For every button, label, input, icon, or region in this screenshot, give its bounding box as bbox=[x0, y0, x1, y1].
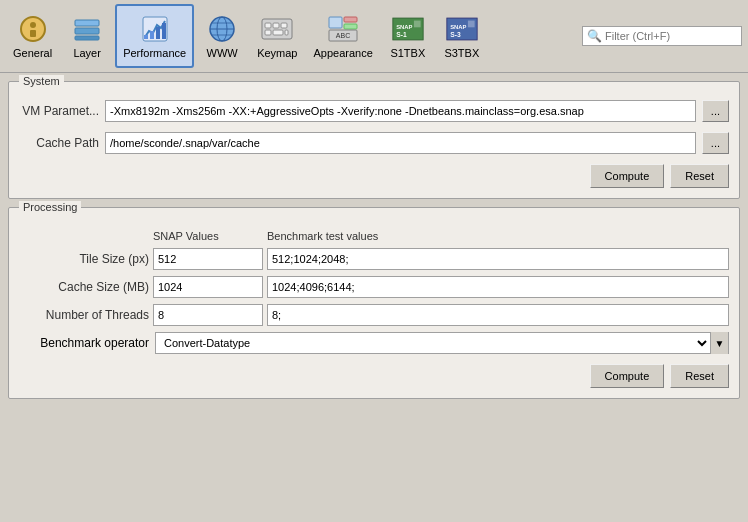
search-bar: 🔍 bbox=[582, 26, 742, 46]
toolbar-label-general: General bbox=[13, 47, 52, 59]
s1tbx-icon: SNAP S-1 bbox=[392, 13, 424, 45]
svg-rect-20 bbox=[265, 30, 271, 35]
vm-params-input[interactable] bbox=[105, 100, 696, 122]
threads-label: Number of Threads bbox=[19, 308, 149, 322]
svg-rect-16 bbox=[262, 19, 292, 39]
benchmark-op-row: Benchmark operator Convert-Datatype Subs… bbox=[19, 332, 729, 354]
system-section: System VM Paramet... ... Cache Path ... … bbox=[8, 81, 740, 199]
toolbar-label-s1tbx: S1TBX bbox=[390, 47, 425, 59]
svg-rect-7 bbox=[144, 35, 148, 39]
svg-rect-23 bbox=[329, 17, 342, 28]
svg-rect-4 bbox=[75, 28, 99, 34]
performance-icon bbox=[139, 13, 171, 45]
toolbar-label-layer: Layer bbox=[73, 47, 101, 59]
processing-button-row: Compute Reset bbox=[19, 364, 729, 388]
toolbar-item-layer[interactable]: Layer bbox=[61, 4, 113, 68]
svg-rect-25 bbox=[344, 24, 357, 29]
keymap-icon bbox=[261, 13, 293, 45]
search-icon: 🔍 bbox=[587, 29, 602, 43]
threads-snap-input[interactable] bbox=[153, 304, 263, 326]
processing-reset-button[interactable]: Reset bbox=[670, 364, 729, 388]
vm-params-row: VM Paramet... ... bbox=[19, 100, 729, 122]
s3tbx-icon: SNAP S-3 bbox=[446, 13, 478, 45]
system-button-row: Compute Reset bbox=[19, 164, 729, 188]
toolbar-item-performance[interactable]: Performance bbox=[115, 4, 194, 68]
cache-size-snap-input[interactable] bbox=[153, 276, 263, 298]
general-icon bbox=[17, 13, 49, 45]
toolbar-item-www[interactable]: WWW bbox=[196, 4, 248, 68]
cache-path-input[interactable] bbox=[105, 132, 696, 154]
tile-size-snap-input[interactable] bbox=[153, 248, 263, 270]
main-content: System VM Paramet... ... Cache Path ... … bbox=[0, 73, 748, 517]
tile-size-label: Tile Size (px) bbox=[19, 252, 149, 266]
vm-params-label: VM Paramet... bbox=[19, 104, 99, 118]
benchmark-op-select-wrapper[interactable]: Convert-Datatype Subset Reproject ▼ bbox=[155, 332, 729, 354]
benchmark-op-label: Benchmark operator bbox=[19, 336, 149, 350]
cache-path-row: Cache Path ... bbox=[19, 132, 729, 154]
svg-text:S-3: S-3 bbox=[450, 31, 461, 38]
svg-rect-35 bbox=[468, 21, 475, 28]
svg-text:SNAP: SNAP bbox=[450, 24, 466, 30]
svg-point-0 bbox=[21, 17, 45, 41]
toolbar: General Layer Performance bbox=[0, 0, 748, 73]
system-section-title: System bbox=[19, 75, 64, 87]
svg-text:ABC: ABC bbox=[336, 32, 350, 39]
vm-browse-button[interactable]: ... bbox=[702, 100, 729, 122]
svg-rect-22 bbox=[285, 30, 288, 35]
svg-rect-8 bbox=[150, 31, 154, 39]
tile-size-benchmark-input[interactable] bbox=[267, 248, 729, 270]
system-reset-button[interactable]: Reset bbox=[670, 164, 729, 188]
svg-rect-18 bbox=[273, 23, 279, 28]
toolbar-item-general[interactable]: General bbox=[6, 4, 59, 68]
svg-rect-9 bbox=[156, 27, 160, 39]
appearance-icon: ABC bbox=[327, 13, 359, 45]
layer-icon bbox=[71, 13, 103, 45]
svg-rect-10 bbox=[162, 23, 166, 39]
threads-benchmark-input[interactable] bbox=[267, 304, 729, 326]
toolbar-item-appearance[interactable]: ABC Appearance bbox=[306, 4, 379, 68]
toolbar-label-www: WWW bbox=[207, 47, 238, 59]
svg-rect-31 bbox=[414, 21, 421, 28]
toolbar-item-keymap[interactable]: Keymap bbox=[250, 4, 304, 68]
cache-size-benchmark-input[interactable] bbox=[267, 276, 729, 298]
benchmark-header: Benchmark test values bbox=[267, 230, 729, 242]
svg-rect-3 bbox=[75, 20, 99, 26]
svg-text:S-1: S-1 bbox=[396, 31, 407, 38]
toolbar-label-performance: Performance bbox=[123, 47, 186, 59]
snap-values-header: SNAP Values bbox=[153, 230, 263, 242]
toolbar-label-appearance: Appearance bbox=[313, 47, 372, 59]
processing-section: Processing SNAP Values Benchmark test va… bbox=[8, 207, 740, 399]
svg-rect-19 bbox=[281, 23, 287, 28]
toolbar-label-keymap: Keymap bbox=[257, 47, 297, 59]
svg-rect-17 bbox=[265, 23, 271, 28]
system-compute-button[interactable]: Compute bbox=[590, 164, 665, 188]
svg-rect-21 bbox=[273, 30, 283, 35]
toolbar-label-s3tbx: S3TBX bbox=[444, 47, 479, 59]
svg-rect-5 bbox=[75, 36, 99, 40]
cache-size-label: Cache Size (MB) bbox=[19, 280, 149, 294]
toolbar-item-s3tbx[interactable]: SNAP S-3 S3TBX bbox=[436, 4, 488, 68]
processing-section-title: Processing bbox=[19, 201, 81, 213]
svg-rect-2 bbox=[30, 30, 36, 37]
cache-path-label: Cache Path bbox=[19, 136, 99, 150]
svg-point-1 bbox=[30, 22, 36, 28]
benchmark-op-select[interactable]: Convert-Datatype Subset Reproject bbox=[156, 333, 710, 353]
processing-grid: SNAP Values Benchmark test values Tile S… bbox=[19, 230, 729, 326]
search-input[interactable] bbox=[605, 30, 735, 42]
benchmark-op-dropdown-arrow[interactable]: ▼ bbox=[710, 332, 728, 354]
cache-browse-button[interactable]: ... bbox=[702, 132, 729, 154]
www-icon bbox=[206, 13, 238, 45]
svg-text:SNAP: SNAP bbox=[396, 24, 412, 30]
toolbar-item-s1tbx[interactable]: SNAP S-1 S1TBX bbox=[382, 4, 434, 68]
svg-rect-24 bbox=[344, 17, 357, 22]
processing-compute-button[interactable]: Compute bbox=[590, 364, 665, 388]
